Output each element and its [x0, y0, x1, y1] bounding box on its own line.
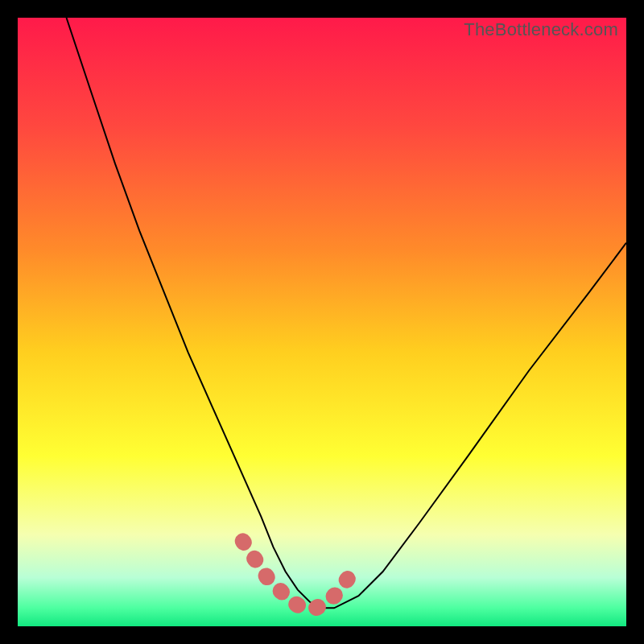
- watermark-text: TheBottleneck.com: [464, 19, 618, 40]
- gradient-background: [18, 18, 626, 626]
- chart-frame: TheBottleneck.com: [18, 18, 626, 626]
- bottleneck-curve-chart: [18, 18, 626, 626]
